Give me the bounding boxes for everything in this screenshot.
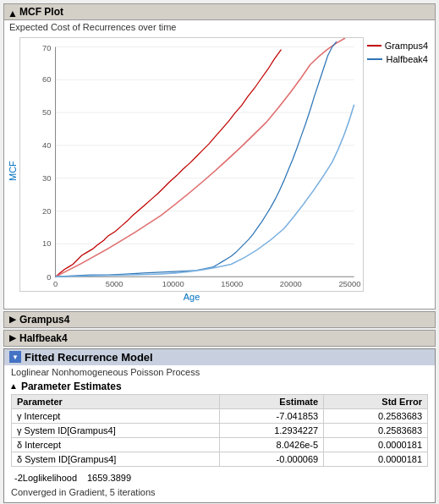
table-row: γ Intercept-7.0418530.2583683 [12,408,428,423]
svg-text:20000: 20000 [280,279,302,288]
stderr-cell: 0.0000181 [324,437,428,452]
svg-text:30: 30 [42,173,51,183]
stderr-cell: 0.2583683 [324,423,428,437]
main-container: ▲ MCF Plot Expected Cost of Recurrences … [0,0,439,504]
chart-svg: 0 10 20 30 40 50 60 70 0 5000 10000 1500… [20,38,363,291]
svg-text:40: 40 [42,140,51,150]
fitted-collapse-icon: ▼ [9,351,21,363]
col-param: Parameter [12,394,220,408]
fitted-subtitle: Loglinear Nonhomogeneous Poisson Process [4,365,435,379]
svg-text:0: 0 [47,272,51,282]
loglik-value: 1659.3899 [87,473,131,483]
x-axis-label: Age [19,292,364,305]
svg-text:25000: 25000 [338,279,360,288]
stderr-cell: 0.0000181 [324,452,428,466]
halfbeak-header[interactable]: ▶ Halfbeak4 [4,331,435,346]
col-stderr: Std Error [324,394,428,408]
halfbeak-title: Halfbeak4 [19,332,68,344]
mcf-title: MCF Plot [19,6,63,18]
chart-plot: 0 10 20 30 40 50 60 70 0 5000 10000 1500… [19,37,364,292]
converged-row: Converged in Gradient, 5 iterations [4,485,435,502]
legend-halfbeak-line [367,58,382,60]
estimate-cell: -7.041853 [220,408,324,423]
fitted-section: ▼ Fitted Recurrence Model Loglinear Nonh… [3,348,436,503]
grampus-header[interactable]: ▶ Grampus4 [4,312,435,327]
svg-text:50: 50 [42,107,51,117]
param-cell: δ System ID[Grampus4] [12,452,220,466]
loglik-label: -2Loglikelihood [14,473,77,483]
svg-text:20: 20 [42,206,51,216]
col-estimate: Estimate [220,394,324,408]
halfbeak-arrow: ▶ [9,333,16,342]
grampus-title: Grampus4 [19,314,69,326]
chart-subtitle: Expected Cost of Recurrences over time [4,20,435,34]
param-cell: γ Intercept [12,408,220,423]
legend-grampus: Grampus4 [367,41,428,51]
estimate-cell: -0.000069 [220,452,324,466]
table-row: δ Intercept8.0426e-50.0000181 [12,437,428,452]
svg-text:15000: 15000 [221,279,243,288]
mcf-collapse-arrow: ▲ [8,8,16,16]
loglik-row: -2Loglikelihood 1659.3899 [4,470,435,485]
param-cell: δ Intercept [12,437,220,452]
legend-halfbeak-label: Halfbeak4 [386,54,428,64]
svg-text:70: 70 [42,43,51,52]
estimate-cell: 1.2934227 [220,423,324,437]
param-cell: γ System ID[Grampus4] [12,423,220,437]
svg-text:10: 10 [42,238,51,248]
table-row: δ System ID[Grampus4]-0.0000690.0000181 [12,452,428,466]
legend-grampus-label: Grampus4 [385,41,428,51]
grampus-arrow: ▶ [9,315,16,324]
mcf-header[interactable]: ▲ MCF Plot [4,4,435,20]
param-table: Parameter Estimate Std Error γ Intercept… [11,394,428,467]
legend-grampus-line [367,45,381,47]
svg-text:10000: 10000 [162,279,184,288]
fitted-header[interactable]: ▼ Fitted Recurrence Model [4,349,435,365]
param-header-label: Parameter Estimates [21,381,122,392]
legend-halfbeak: Halfbeak4 [367,54,428,64]
stderr-cell: 0.2583683 [324,408,428,423]
table-row: γ System ID[Grampus4]1.29342270.2583683 [12,423,428,437]
estimate-cell: 8.0426e-5 [220,437,324,452]
legend-area: Grampus4 Halfbeak4 [364,37,431,305]
chart-area: MCF [4,34,435,309]
svg-text:5000: 5000 [106,279,123,288]
halfbeak-section: ▶ Halfbeak4 [3,330,436,347]
param-section-header[interactable]: ▲ Parameter Estimates [4,379,435,394]
fitted-title: Fitted Recurrence Model [25,351,153,364]
param-arrow: ▲ [9,381,18,391]
mcf-section: ▲ MCF Plot Expected Cost of Recurrences … [3,3,436,310]
svg-text:0: 0 [53,279,58,288]
grampus-section: ▶ Grampus4 [3,311,436,328]
svg-text:60: 60 [42,74,51,84]
y-axis-label: MCF [8,86,18,255]
